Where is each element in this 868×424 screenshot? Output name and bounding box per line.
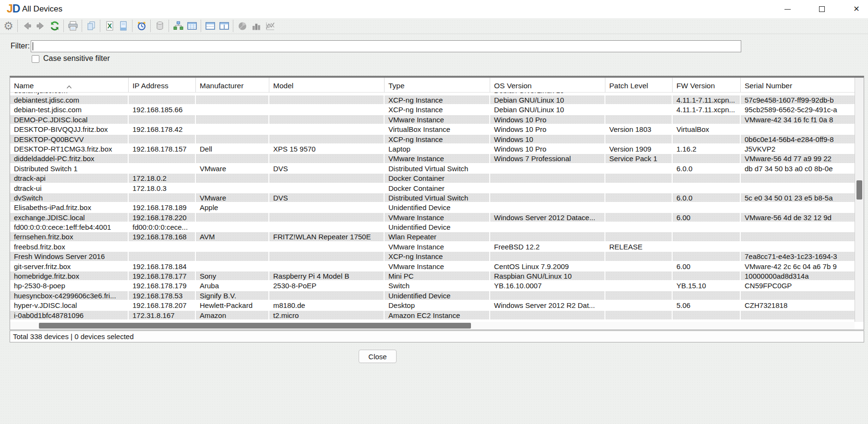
cell-os: YB.16.10.0007 <box>490 281 605 291</box>
column-header-patch[interactable]: Patch Level <box>605 78 673 92</box>
table-row[interactable]: huesyncbox-c4299606c3e6.fri...192.168.17… <box>10 291 864 301</box>
table-row[interactable]: Distributed Switch 1VMwareDVSDistributed… <box>10 164 864 174</box>
cell-model <box>269 203 385 212</box>
table-row[interactable]: debian-test.jdisc.com192.168.185.66XCP-n… <box>10 105 864 115</box>
cell-type: Switch <box>385 281 490 291</box>
split-horizontal-button[interactable] <box>203 19 217 33</box>
column-header-type[interactable]: Type <box>385 78 490 92</box>
copy-button[interactable] <box>84 19 98 33</box>
print-button[interactable] <box>66 19 80 33</box>
cell-type: VirtualBox Instance <box>385 125 490 134</box>
export-document-icon <box>118 21 129 31</box>
table-row[interactable]: DEMO-PC.JDISC.localVMware InstanceWindow… <box>10 115 864 125</box>
table-row[interactable]: Elisabeths-iPad.fritz.box192.168.178.189… <box>10 203 864 212</box>
cell-ip: 172.18.0.2 <box>129 174 196 183</box>
cell-os: Windows Server 2012 R2 Dat... <box>490 301 605 310</box>
cell-manufacturer <box>196 242 269 252</box>
split-vertical-button[interactable] <box>217 19 231 33</box>
cell-name: DESKTOP-BIVQQJJ.fritz.box <box>10 125 129 134</box>
maximize-icon <box>819 6 825 12</box>
table-row[interactable]: DESKTOP-BIVQQJJ.fritz.box192.168.178.42V… <box>10 125 864 134</box>
column-header-name[interactable]: Name <box>10 78 129 92</box>
column-header-ip[interactable]: IP Address <box>129 78 196 92</box>
cell-ip <box>129 154 196 164</box>
table-row[interactable]: DESKTOP-RT1CMG3.fritz.box192.168.178.157… <box>10 144 864 154</box>
cell-patch <box>605 262 673 271</box>
cell-fw: 6.0.0 <box>673 193 741 203</box>
horizontal-scrollbar-thumb[interactable] <box>39 323 471 329</box>
cell-patch <box>605 95 673 105</box>
table-row[interactable]: git-server.fritz.box192.168.178.184VMwar… <box>10 262 864 271</box>
cell-serial <box>741 311 864 320</box>
cell-patch <box>605 301 673 310</box>
toolbar-separator <box>63 20 64 32</box>
back-button[interactable] <box>20 19 34 33</box>
cell-type: VMware Instance <box>385 115 490 125</box>
table-row[interactable]: diddeldaddel-PC.fritz.boxVMware Instance… <box>10 154 864 164</box>
column-header-fw[interactable]: FW Version <box>673 78 741 92</box>
maximize-button[interactable] <box>810 0 833 18</box>
cell-fw <box>673 291 741 301</box>
cell-model <box>269 135 385 144</box>
table-row[interactable]: dvSwitchVMwareDVSDistributed Virtual Swi… <box>10 193 864 203</box>
svg-text:X: X <box>107 22 112 30</box>
scheduler-button[interactable] <box>134 19 148 33</box>
cell-patch <box>605 193 673 203</box>
table-row[interactable]: freebsd.fritz.boxVMware InstanceFreeBSD … <box>10 242 864 252</box>
cell-serial <box>741 125 864 134</box>
vertical-scrollbar[interactable] <box>855 78 864 322</box>
cell-name: homebridge.fritz.box <box>10 271 129 281</box>
case-sensitive-checkbox[interactable] <box>32 55 39 63</box>
table-row[interactable]: hyper-v.JDISC.local192.168.178.207Hewlet… <box>10 301 864 310</box>
table-row[interactable]: hp-2530-8-poep192.168.178.179Aruba2530-8… <box>10 281 864 291</box>
export-document-button[interactable] <box>116 19 130 33</box>
cell-patch <box>605 174 673 183</box>
vertical-scrollbar-thumb[interactable] <box>856 180 862 200</box>
table-row[interactable]: homebridge.fritz.box192.168.178.177SonyR… <box>10 271 864 281</box>
cell-os <box>490 291 605 301</box>
line-chart-icon <box>265 21 276 31</box>
column-header-os[interactable]: OS Version <box>490 78 605 92</box>
cell-manufacturer: Aruba <box>196 281 269 291</box>
cell-ip: 192.168.178.53 <box>129 291 196 301</box>
table-view-button[interactable] <box>185 19 199 33</box>
table-row[interactable]: dtrack-api172.18.0.2Docker Container <box>10 174 864 183</box>
cell-name: fd00:0:0:0:cece:1eff:feb4:4001 <box>10 223 129 232</box>
tree-view-button[interactable] <box>171 19 185 33</box>
cell-model: FRITZ!WLAN Repeater 1750E <box>269 232 385 242</box>
cell-os <box>490 193 605 203</box>
refresh-button[interactable] <box>48 19 61 33</box>
forward-button[interactable] <box>34 19 48 33</box>
cell-type: Unidentified Device <box>385 203 490 212</box>
cell-manufacturer <box>196 174 269 183</box>
cell-type: Wlan Repeater <box>385 232 490 242</box>
close-window-button[interactable]: ✕ <box>845 0 868 18</box>
table-row[interactable]: fd00:0:0:0:cece:1eff:feb4:4001fd00:0:0:0… <box>10 223 864 232</box>
table-row[interactable]: DESKTOP-Q00BCVVXCP-ng InstanceWindows 10… <box>10 135 864 144</box>
cell-name: DEMO-PC.JDISC.local <box>10 115 129 125</box>
close-dialog-button[interactable]: Close <box>359 350 397 363</box>
cell-manufacturer <box>196 184 269 193</box>
column-header-serial[interactable]: Serial Number <box>741 78 864 92</box>
settings-button[interactable]: ⚙ <box>1 19 15 33</box>
cell-serial: VMware-56 4d de 32 12 9d <box>741 213 864 223</box>
minimize-button[interactable] <box>776 0 799 18</box>
table-row[interactable]: Fresh Windows Server 2016XCP-ng Instance… <box>10 252 864 261</box>
table-row[interactable]: exchange.JDISC.local192.168.178.220VMwar… <box>10 213 864 223</box>
table-row[interactable]: fernsehen.fritz.box192.168.178.168AVMFRI… <box>10 232 864 242</box>
export-excel-button[interactable]: X <box>102 19 116 33</box>
cell-name: diddeldaddel-PC.fritz.box <box>10 154 129 164</box>
table-row[interactable]: debiantest.jdisc.comXCP-ng InstanceDebia… <box>10 95 864 105</box>
cell-patch <box>605 252 673 261</box>
horizontal-scrollbar[interactable] <box>10 322 855 330</box>
table-row[interactable]: i-0ab0d1bfc48781096172.31.8.167Amazont2.… <box>10 311 864 320</box>
cell-patch <box>605 213 673 223</box>
cell-os: FreeBSD 12.2 <box>490 242 605 252</box>
database-button[interactable] <box>153 19 167 33</box>
column-header-model[interactable]: Model <box>269 78 385 92</box>
filter-input[interactable] <box>31 40 741 52</box>
cell-patch: Version 1909 <box>605 144 673 154</box>
table-row[interactable]: dtrack-ui172.18.0.3Docker Container <box>10 184 864 193</box>
column-header-manufacturer[interactable]: Manufacturer <box>196 78 269 92</box>
cell-os: Raspbian GNU/Linux 10 <box>490 271 605 281</box>
